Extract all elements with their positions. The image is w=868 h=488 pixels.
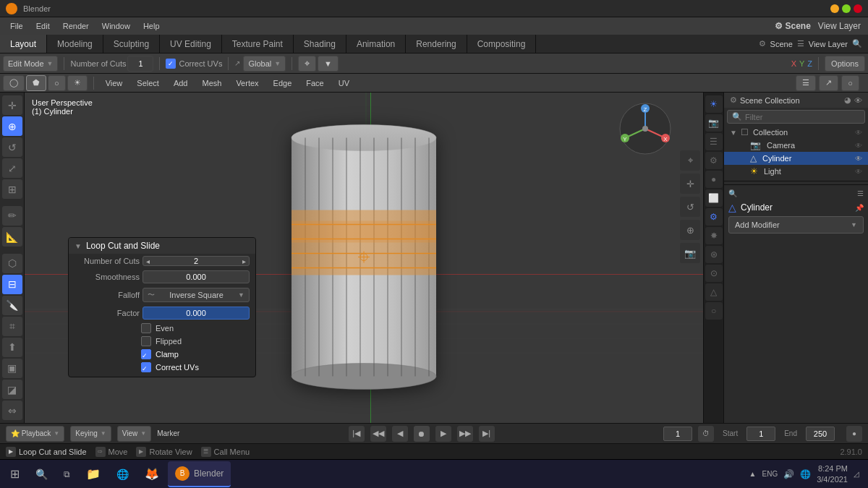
tab-uv-editing[interactable]: UV Editing bbox=[160, 35, 222, 53]
options-button[interactable]: Options bbox=[825, 56, 865, 72]
tool-knife[interactable]: 🔪 bbox=[2, 296, 22, 315]
tool-bevel[interactable]: ◪ bbox=[2, 380, 22, 399]
menu-help[interactable]: Help bbox=[137, 20, 166, 32]
play-btn[interactable]: ▶ bbox=[435, 426, 451, 442]
cuts-decrement[interactable]: ◂ bbox=[146, 257, 150, 265]
vp-tool-zoom[interactable]: ⊕ bbox=[680, 220, 700, 240]
tool-annotate[interactable]: ✏ bbox=[2, 206, 22, 226]
toggle-xray[interactable]: ◯ bbox=[3, 75, 25, 91]
tool-inset[interactable]: ▣ bbox=[2, 359, 22, 378]
ri-particles[interactable]: ✸ bbox=[705, 227, 723, 244]
snap-options[interactable]: ▼ bbox=[318, 56, 339, 72]
navigation-gizmo[interactable]: Z X Y bbox=[616, 100, 674, 158]
toolbar2-mesh[interactable]: Mesh bbox=[196, 77, 227, 89]
props-filter-icon[interactable]: ☰ bbox=[857, 189, 864, 197]
snap-toggle[interactable]: ⌖ bbox=[298, 56, 316, 72]
menu-edit[interactable]: Edit bbox=[30, 20, 56, 32]
step-fwd-btn[interactable]: ▶▶ bbox=[457, 426, 473, 442]
outliner-filter-input[interactable] bbox=[745, 113, 860, 121]
vp-tool-view[interactable]: ⌖ bbox=[680, 150, 700, 171]
toolbar2-vertex[interactable]: Vertex bbox=[230, 77, 264, 89]
search-btn[interactable]: 🔍 bbox=[28, 461, 55, 487]
end-frame-input[interactable]: 250 bbox=[806, 427, 835, 441]
maximize-button[interactable] bbox=[842, 4, 851, 13]
search-icon[interactable]: 🔍 bbox=[852, 39, 862, 48]
menu-render[interactable]: Render bbox=[57, 20, 95, 32]
y-axis-label[interactable]: Y bbox=[799, 59, 804, 68]
edit-mode-selector[interactable]: Edit Mode ▼ bbox=[3, 56, 58, 72]
shading-solid[interactable]: ⬟ bbox=[26, 75, 46, 91]
tab-texture-paint[interactable]: Texture Paint bbox=[222, 35, 294, 53]
step-back-btn[interactable]: ◀◀ bbox=[370, 426, 386, 442]
ri-physics[interactable]: ⊛ bbox=[705, 246, 723, 263]
toolbar2-view[interactable]: View bbox=[100, 77, 129, 89]
viewport-gizmos[interactable]: ↗ bbox=[819, 75, 838, 91]
correct-uvs-checkbox[interactable]: ✓ bbox=[166, 59, 176, 69]
tool-poly-build[interactable]: ⬡ bbox=[2, 254, 22, 273]
viewport-3d[interactable]: User Perspective (1) Cylinder bbox=[25, 93, 703, 423]
toolbar2-edge[interactable]: Edge bbox=[268, 77, 298, 89]
z-axis-label[interactable]: Z bbox=[807, 59, 812, 68]
ri-render[interactable]: ☀ bbox=[705, 95, 723, 113]
cylinder-eye[interactable]: 👁 bbox=[855, 155, 862, 163]
tray-show-hidden[interactable]: ▲ bbox=[749, 470, 757, 478]
record-btn[interactable]: ⏺ bbox=[414, 426, 430, 442]
menu-file[interactable]: File bbox=[4, 20, 29, 32]
jump-end-btn[interactable]: ▶| bbox=[479, 426, 495, 442]
tab-layout[interactable]: Layout bbox=[0, 35, 47, 53]
clamp-checkbox[interactable]: ✓ bbox=[141, 349, 151, 359]
blender-taskbar-btn[interactable]: B Blender bbox=[168, 461, 231, 487]
x-axis-label[interactable]: X bbox=[791, 59, 796, 68]
outliner-eye-icon[interactable]: 👁 bbox=[854, 96, 862, 105]
frame-clock-btn[interactable]: ⏱ bbox=[698, 426, 714, 442]
toolbar2-face[interactable]: Face bbox=[300, 77, 329, 89]
ri-material[interactable]: ○ bbox=[705, 302, 723, 320]
start-frame-input[interactable]: 1 bbox=[746, 427, 775, 441]
jump-start-btn[interactable]: |◀ bbox=[349, 426, 365, 442]
ri-view[interactable]: ☰ bbox=[705, 133, 723, 150]
toolbar2-add[interactable]: Add bbox=[168, 77, 194, 89]
props-search-icon[interactable]: 🔍 bbox=[728, 189, 737, 197]
task-view-btn[interactable]: ⧉ bbox=[56, 461, 77, 487]
toolbar2-uv[interactable]: UV bbox=[333, 77, 355, 89]
play-back-btn[interactable]: ◀ bbox=[392, 426, 408, 442]
outliner-light[interactable]: ☀ Light 👁 bbox=[724, 165, 868, 178]
tool-measure[interactable]: 📐 bbox=[2, 227, 22, 247]
vp-tool-camera[interactable]: 📷 bbox=[680, 243, 700, 263]
explorer-btn[interactable]: 📁 bbox=[79, 461, 108, 487]
correct-uvs-panel-checkbox[interactable]: ✓ bbox=[141, 362, 151, 372]
tab-modeling[interactable]: Modeling bbox=[47, 35, 103, 53]
smoothness-input[interactable]: 0.000 bbox=[142, 270, 250, 283]
add-modifier-button[interactable]: Add Modifier ▼ bbox=[728, 216, 864, 234]
outliner-collection[interactable]: ▼ ☐ Collection 👁 bbox=[724, 126, 868, 139]
collection-eye[interactable]: 👁 bbox=[855, 129, 862, 137]
close-button[interactable] bbox=[854, 4, 862, 13]
firefox-btn[interactable]: 🦊 bbox=[137, 461, 166, 487]
proportional-editing[interactable]: ○ bbox=[841, 75, 859, 91]
timeline-header-select[interactable]: ⭐ Playback ▼ bbox=[6, 426, 64, 442]
start-button[interactable]: ⊞ bbox=[3, 461, 27, 487]
tool-bisect[interactable]: ⌗ bbox=[2, 317, 22, 336]
ri-world[interactable]: ● bbox=[705, 171, 723, 188]
ri-object[interactable]: ⬜ bbox=[705, 189, 723, 207]
tray-volume[interactable]: 🔊 bbox=[783, 469, 794, 479]
tl-view-select[interactable]: View ▼ bbox=[117, 426, 151, 442]
vp-tool-move2[interactable]: ✛ bbox=[680, 174, 700, 194]
tool-move[interactable]: ⊕ bbox=[2, 116, 22, 136]
cuts-stepper[interactable]: ◂ 2 ▸ bbox=[142, 256, 250, 266]
shading-material[interactable]: ○ bbox=[48, 75, 66, 91]
tab-animation[interactable]: Animation bbox=[346, 35, 406, 53]
tool-extrude[interactable]: ⬆ bbox=[2, 338, 22, 357]
falloff-dropdown[interactable]: 〜 Inverse Square ▼ bbox=[142, 288, 250, 302]
ri-output[interactable]: 📷 bbox=[705, 114, 723, 132]
tool-loop-cut[interactable]: ⊟ bbox=[2, 275, 22, 294]
global-selector[interactable]: Global ▼ bbox=[243, 56, 286, 72]
outliner-search-box[interactable]: 🔍 bbox=[727, 110, 865, 124]
tool-scale[interactable]: ⤢ bbox=[2, 158, 22, 178]
loop-cut-panel-header[interactable]: ▼ Loop Cut and Slide bbox=[69, 238, 255, 254]
viewport-overlays[interactable]: ☰ bbox=[796, 75, 816, 91]
flipped-checkbox[interactable] bbox=[141, 336, 151, 346]
ri-scene[interactable]: ⚙ bbox=[705, 152, 723, 169]
camera-eye[interactable]: 👁 bbox=[855, 142, 862, 150]
ri-constraints[interactable]: ⊙ bbox=[705, 265, 723, 282]
